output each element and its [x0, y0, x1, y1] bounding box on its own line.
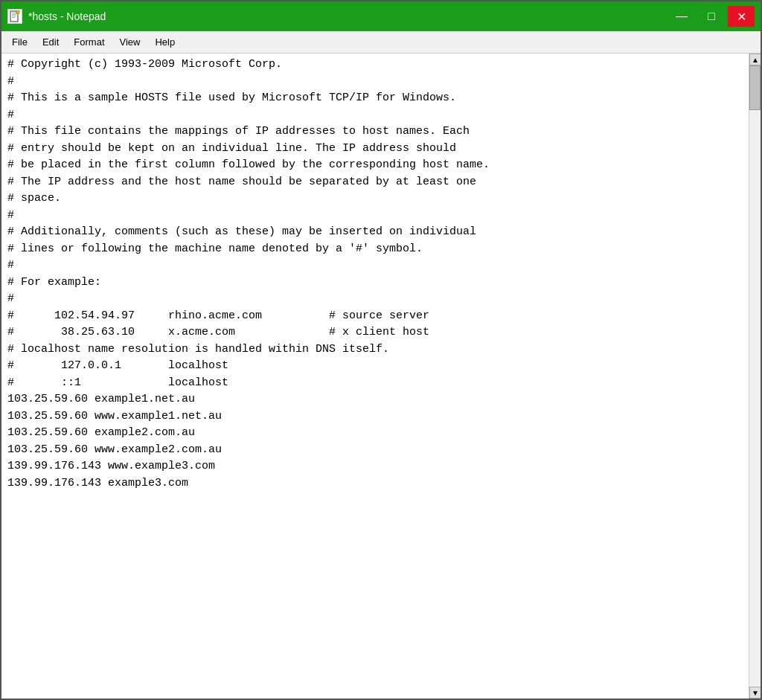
- title-bar-left: *hosts - Notepad: [7, 9, 106, 24]
- menu-format[interactable]: Format: [66, 33, 112, 51]
- title-bar: *hosts - Notepad — □ ✕: [1, 1, 761, 31]
- svg-rect-5: [16, 10, 19, 13]
- maximize-button[interactable]: □: [698, 6, 725, 27]
- svg-rect-4: [12, 17, 15, 18]
- scroll-up-button[interactable]: ▲: [749, 54, 761, 65]
- minimize-button[interactable]: —: [668, 6, 695, 27]
- notepad-icon: [7, 9, 22, 24]
- svg-rect-1: [12, 13, 16, 13]
- menu-file[interactable]: File: [4, 33, 35, 51]
- menu-view[interactable]: View: [112, 33, 148, 51]
- scrollbar[interactable]: ▲ ▼: [749, 54, 761, 699]
- content-area: ▲ ▼: [1, 54, 761, 699]
- menu-bar: File Edit Format View Help: [1, 31, 761, 54]
- text-editor[interactable]: [1, 54, 749, 699]
- close-button[interactable]: ✕: [728, 6, 755, 27]
- scroll-down-button[interactable]: ▼: [749, 687, 761, 699]
- scrollbar-thumb[interactable]: [749, 65, 761, 110]
- scrollbar-track[interactable]: [749, 65, 761, 687]
- svg-rect-2: [12, 14, 16, 15]
- notepad-window: *hosts - Notepad — □ ✕ File Edit Format …: [0, 0, 762, 700]
- window-title: *hosts - Notepad: [28, 10, 106, 22]
- svg-rect-3: [12, 16, 16, 16]
- menu-edit[interactable]: Edit: [35, 33, 66, 51]
- menu-help[interactable]: Help: [147, 33, 182, 51]
- window-controls: — □ ✕: [668, 6, 755, 27]
